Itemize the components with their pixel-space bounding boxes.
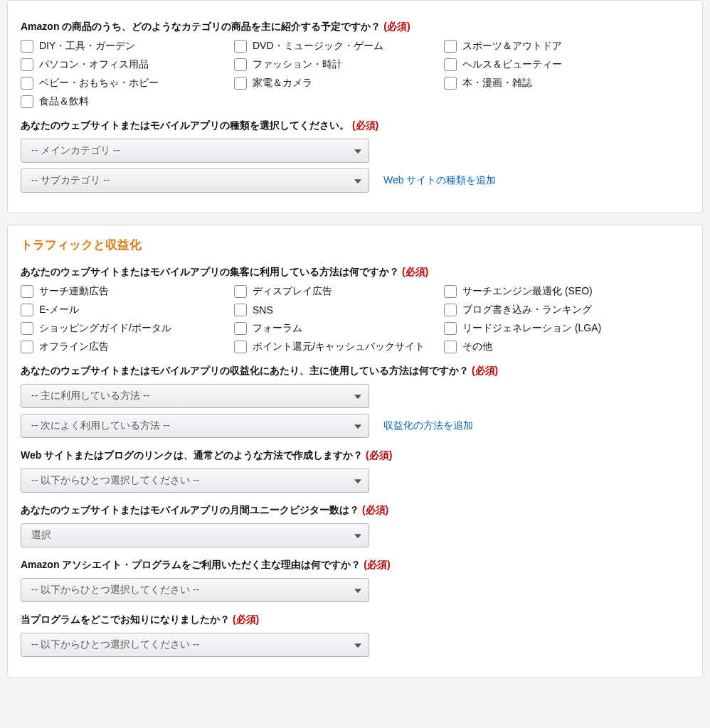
checkbox-item[interactable]: スポーツ＆アウトドア [444,40,689,53]
panel-categories: Amazon の商品のうち、どのようなカテゴリの商品を主に紹介する予定ですか？ … [7,0,703,213]
chevron-down-icon [354,589,361,593]
checkbox-item[interactable]: ポイント還元/キャッシュバックサイト [234,341,444,353]
question-traffic-methods: あなたのウェブサイトまたはモバイルアプリの集客に利用している方法は何ですか？ (… [21,264,689,279]
checkbox-label: サーチ連動広告 [39,285,109,298]
question-site-type: あなたのウェブサイトまたはモバイルアプリの種類を選択してください。 (必須) [21,118,689,133]
checkbox-icon[interactable] [444,285,457,298]
link-creation-select[interactable]: -- 以下からひとつ選択してください -- [21,469,369,493]
checkbox-icon[interactable] [444,58,457,71]
question-text: Web サイトまたはブログのリンクは、通常どのような方法で作成しますか？ [21,449,363,461]
checkbox-label: 食品＆飲料 [39,95,89,108]
select-value: -- 主に利用している方法 -- [31,390,149,402]
checkbox-label: SNS [253,304,273,316]
select-value: -- メインカテゴリ -- [31,144,120,157]
secondary-monetization-select[interactable]: -- 次によく利用している方法 -- [21,414,369,438]
checkbox-icon[interactable] [21,77,33,90]
checkbox-label: サーチエンジン最適化 (SEO) [462,285,593,298]
required-badge: (必須) [352,119,378,131]
checkbox-icon[interactable] [234,285,247,298]
panel-traffic-monetization: トラフィックと収益化 あなたのウェブサイトまたはモバイルアプリの集客に利用してい… [7,225,703,678]
checkbox-label: 家電＆カメラ [253,77,312,90]
checkbox-item[interactable]: ブログ書き込み・ランキング [444,304,689,316]
checkbox-icon[interactable] [444,341,457,353]
required-badge: (必須) [383,21,410,32]
checkbox-label: ブログ書き込み・ランキング [462,304,592,316]
checkbox-icon[interactable] [234,77,247,90]
checkbox-item[interactable]: DVD・ミュージック・ゲーム [234,40,444,53]
main-category-select[interactable]: -- メインカテゴリ -- [21,139,369,163]
question-main-reason: Amazon アソシエイト・プログラムをご利用いただく主な理由は何ですか？ (必… [21,557,689,572]
question-how-heard: 当プログラムをどこでお知りになりましたか？ (必須) [21,612,689,627]
primary-monetization-select[interactable]: -- 主に利用している方法 -- [21,384,369,408]
checkbox-label: 本・漫画・雑誌 [462,77,532,90]
checkbox-item[interactable]: サーチ連動広告 [21,285,234,298]
checkbox-icon[interactable] [21,304,33,316]
how-heard-select[interactable]: -- 以下からひとつ選択してください -- [21,633,369,657]
question-text: Amazon アソシエイト・プログラムをご利用いただく主な理由は何ですか？ [21,559,361,570]
question-text: 当プログラムをどこでお知りになりましたか？ [21,614,230,625]
checkbox-label: オフライン広告 [39,341,109,353]
checkbox-item[interactable]: E-メール [21,304,234,316]
checkbox-icon[interactable] [234,341,247,353]
checkbox-item[interactable]: ディスプレイ広告 [234,285,444,298]
checkbox-icon[interactable] [444,40,457,53]
checkbox-icon[interactable] [234,322,247,335]
checkbox-item[interactable]: SNS [234,304,444,316]
checkbox-icon[interactable] [21,285,33,298]
checkbox-icon[interactable] [444,304,457,316]
checkbox-icon[interactable] [21,341,33,353]
checkbox-item[interactable]: オフライン広告 [21,341,234,353]
select-value: -- 以下からひとつ選択してください -- [31,474,199,487]
checkbox-icon[interactable] [21,40,33,53]
checkbox-label: DIY・工具・ガーデン [39,40,135,53]
question-link-creation: Web サイトまたはブログのリンクは、通常どのような方法で作成しますか？ (必須… [21,448,689,463]
sub-category-select[interactable]: -- サブカテゴリ -- [21,168,369,193]
checkbox-item[interactable]: ショッピングガイド/ポータル [21,322,234,335]
checkbox-icon[interactable] [21,95,33,108]
checkbox-label: ショッピングガイド/ポータル [39,322,171,335]
question-text: あなたのウェブサイトまたはモバイルアプリの月間ユニークビジター数は？ [21,504,359,515]
checkbox-item[interactable]: サーチエンジン最適化 (SEO) [444,285,689,298]
chevron-down-icon [354,479,361,483]
checkbox-item[interactable]: パソコン・オフィス用品 [21,58,234,71]
checkbox-item[interactable]: 家電＆カメラ [234,77,444,90]
question-monetization-method: あなたのウェブサイトまたはモバイルアプリの収益化にあたり、主に使用している方法は… [21,363,689,378]
checkbox-item[interactable]: リードジェネレーション (LGA) [444,322,689,335]
checkbox-label: ファッション・時計 [253,58,342,71]
checkbox-label: フォーラム [253,322,302,335]
checkbox-item[interactable]: フォーラム [234,322,444,335]
chevron-down-icon [354,534,361,538]
checkbox-label: E-メール [39,304,79,316]
unique-visitors-select[interactable]: 選択 [21,523,369,547]
question-text: あなたのウェブサイトまたはモバイルアプリの種類を選択してください。 [21,119,349,131]
checkbox-label: ヘルス＆ビューティー [462,58,562,71]
add-site-type-link[interactable]: Web サイトの種類を追加 [383,174,496,187]
checkbox-label: その他 [462,341,492,353]
checkbox-item[interactable]: ファッション・時計 [234,58,444,71]
main-reason-select[interactable]: -- 以下からひとつ選択してください -- [21,578,369,602]
checkbox-item[interactable]: 食品＆飲料 [21,95,234,108]
checkbox-item[interactable]: ベビー・おもちゃ・ホビー [21,77,234,90]
chevron-down-icon [354,179,361,183]
select-value: -- 以下からひとつ選択してください -- [31,638,199,651]
checkbox-item[interactable]: 本・漫画・雑誌 [444,77,689,90]
checkbox-icon[interactable] [444,322,457,335]
checkbox-icon[interactable] [21,58,33,71]
checkbox-icon[interactable] [234,304,247,316]
checkbox-label: ディスプレイ広告 [253,285,332,298]
checkbox-icon[interactable] [234,58,247,71]
checkbox-item[interactable]: DIY・工具・ガーデン [21,40,234,53]
traffic-methods-grid: サーチ連動広告ディスプレイ広告サーチエンジン最適化 (SEO)E-メールSNSブ… [21,285,689,353]
select-value: -- サブカテゴリ -- [31,174,110,187]
checkbox-item[interactable]: その他 [444,341,689,353]
checkbox-item[interactable]: ヘルス＆ビューティー [444,58,689,71]
question-text: あなたのウェブサイトまたはモバイルアプリの集客に利用している方法は何ですか？ [21,266,399,277]
required-badge: (必須) [233,614,259,625]
checkbox-icon[interactable] [234,40,247,53]
checkbox-icon[interactable] [21,322,33,335]
checkbox-icon[interactable] [444,77,457,90]
categories-grid: DIY・工具・ガーデンDVD・ミュージック・ゲームスポーツ＆アウトドアパソコン・… [21,40,689,108]
chevron-down-icon [354,395,361,399]
add-monetization-link[interactable]: 収益化の方法を追加 [383,419,473,432]
checkbox-label: パソコン・オフィス用品 [39,58,149,71]
